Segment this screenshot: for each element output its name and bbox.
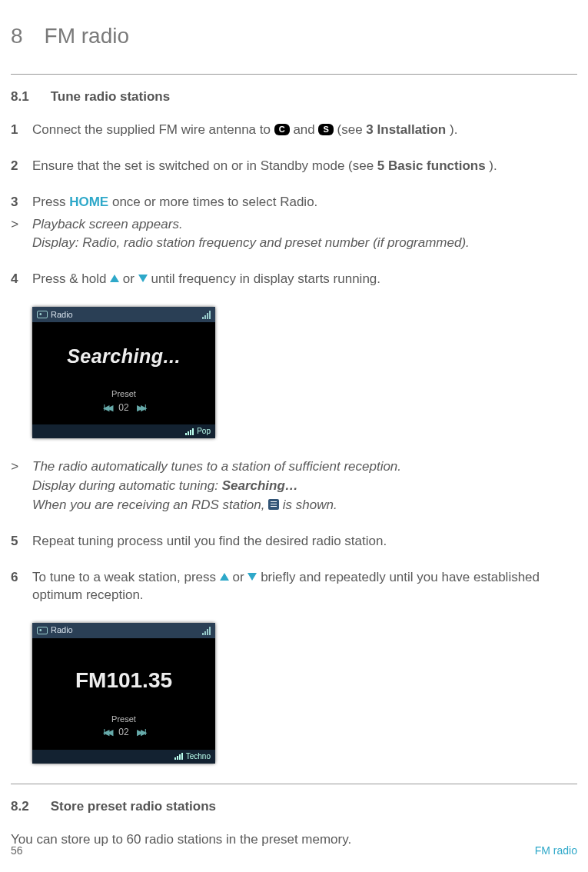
seek-back-icon: I◀◀ [103,727,111,738]
step-body: To tune to a weak station, press or brie… [32,569,577,606]
section-number: 8.1 [11,88,29,106]
chapter-heading: 8 FM radio [11,22,577,51]
step-4: 4 Press & hold or until frequency in dis… [11,271,577,290]
step-1: 1 Connect the supplied FM wire antenna t… [11,121,577,141]
s-badge-icon: S [318,124,333,135]
chapter-title: FM radio [45,22,129,51]
text: ). [489,158,497,173]
step-body: Repeat tuning process until you find the… [32,533,577,552]
step-6: 6 To tune to a weak station, press or br… [11,569,577,606]
divider [11,74,577,75]
device-header-label: Radio [51,624,73,636]
divider [11,784,577,784]
device-screenshot-frequency: Radio FM101.35 Preset I◀◀ 02 ▶▶I Techno [32,623,215,764]
text: and [293,122,318,137]
text: Repeat tuning process until you find the… [32,533,577,551]
device-footer: Techno [32,750,215,764]
text: or [233,570,248,584]
device-body: Searching... Preset I◀◀ 02 ▶▶I [32,322,215,424]
text: When you are receiving an RDS station, [32,498,268,512]
down-arrow-icon [247,573,257,581]
device-preset-number: 02 [118,401,128,414]
rds-icon [268,499,279,510]
result-body: The radio automatically tunes to a stati… [32,458,577,516]
step-number: 4 [11,271,32,290]
result-3: > Playback screen appears. Display: Radi… [11,216,577,255]
footer-label: FM radio [535,844,577,858]
device-main-text: Searching... [32,344,215,370]
device-main-text: FM101.35 [32,666,215,695]
step-body: Connect the supplied FM wire antenna to … [32,121,577,141]
page-footer: 56 FM radio [11,844,577,858]
text: Connect the supplied FM wire antenna to [32,122,274,137]
section-title: Tune radio stations [51,88,171,106]
section-number: 8.2 [11,798,29,816]
device-body: FM101.35 Preset I◀◀ 02 ▶▶I [32,638,215,750]
text: Display during automatic tuning: [32,478,222,493]
text: once or more times to select Radio. [112,195,317,209]
chapter-number: 8 [11,22,23,51]
up-arrow-icon [220,573,229,581]
device-header: Radio [32,307,215,322]
searching-bold: Searching… [222,478,298,493]
seek-forward-icon: ▶▶I [137,402,145,414]
step-5: 5 Repeat tuning process until you find t… [11,533,577,552]
device-header-label: Radio [51,309,73,321]
bars-icon [174,753,183,760]
step-number: 3 [11,194,32,213]
text: is shown. [283,498,337,512]
text: To tune to a weak station, press [32,570,220,584]
text: The radio automatically tunes to a stati… [32,458,577,476]
device-preset-label: Preset [32,388,215,400]
seek-back-icon: I◀◀ [103,402,111,414]
result-marker: > [11,216,32,255]
text: (see [337,122,367,137]
result-body: Playback screen appears. Display: Radio,… [32,216,577,255]
device-genre: Techno [186,751,211,762]
page-number: 56 [11,844,23,858]
step-number: 1 [11,121,32,141]
radio-icon [37,627,48,634]
ref-bold: 3 Installation [366,122,446,137]
section-heading: 8.1 Tune radio stations [11,88,577,106]
device-preset-label: Preset [32,714,215,725]
signal-icon [202,626,211,635]
device-footer: Pop [32,424,215,438]
up-arrow-icon [110,275,119,282]
step-3: 3 Press HOME once or more times to selec… [11,194,577,213]
device-screenshot-searching: Radio Searching... Preset I◀◀ 02 ▶▶I Pop [32,307,215,438]
text: Press [32,195,69,209]
text: Display: Radio, radio station frequency … [32,235,577,252]
down-arrow-icon [138,275,148,282]
section-heading: 8.2 Store preset radio stations [11,798,577,816]
result-marker: > [11,458,32,516]
section-title: Store preset radio stations [51,798,216,816]
step-number: 2 [11,158,32,177]
device-genre: Pop [197,426,211,437]
device-preset-row: I◀◀ 02 ▶▶I [32,401,215,414]
result-4: > The radio automatically tunes to a sta… [11,458,577,516]
c-badge-icon: C [274,124,290,135]
text: or [123,271,138,286]
step-2: 2 Ensure that the set is switched on or … [11,158,577,177]
device-preset-number: 02 [118,726,128,738]
seek-forward-icon: ▶▶I [137,727,145,738]
step-body: Press & hold or until frequency in displ… [32,271,577,290]
device-header: Radio [32,623,215,638]
step-number: 6 [11,569,32,606]
text: Playback screen appears. [32,216,577,234]
bars-icon [185,428,194,435]
text: Press & hold [32,271,110,286]
text: Ensure that the set is switched on or in… [32,158,377,173]
home-key: HOME [69,195,108,209]
radio-icon [37,311,48,318]
step-number: 5 [11,533,32,552]
text: until frequency in display starts runnin… [151,271,380,286]
step-body: Press HOME once or more times to select … [32,194,577,213]
signal-icon [202,310,211,319]
ref-bold: 5 Basic functions [377,158,486,173]
device-preset-row: I◀◀ 02 ▶▶I [32,726,215,738]
text: ). [450,122,457,137]
step-body: Ensure that the set is switched on or in… [32,158,577,177]
